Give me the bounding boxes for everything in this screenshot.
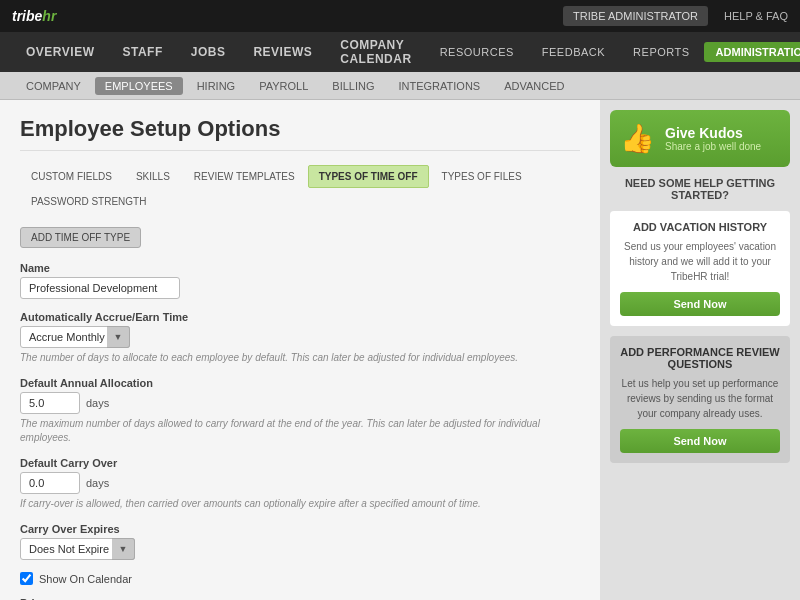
subnav-payroll[interactable]: PAYROLL xyxy=(249,77,318,95)
vacation-card-text: Send us your employees' vacation history… xyxy=(620,239,780,284)
subnav-company[interactable]: COMPANY xyxy=(16,77,91,95)
accrue-select[interactable]: Accrue Monthly Accrue Yearly Manual Unli… xyxy=(20,326,130,348)
calendar-checkbox[interactable] xyxy=(20,572,33,585)
top-bar: tribehr TRIBE ADMINISTRATOR HELP & FAQ xyxy=(0,0,800,32)
subnav-hiring[interactable]: HIRING xyxy=(187,77,246,95)
accrue-select-container: Accrue Monthly Accrue Yearly Manual Unli… xyxy=(20,326,130,348)
performance-card-title: ADD PERFORMANCE REVIEW QUESTIONS xyxy=(620,346,780,370)
nav-company-calendar[interactable]: COMPANY CALENDAR xyxy=(326,32,425,72)
kudos-text: Give Kudos Share a job well done xyxy=(665,125,761,152)
right-sidebar: 👍 Give Kudos Share a job well done NEED … xyxy=(600,100,800,600)
tabs: CUSTOM FIELDS SKILLS REVIEW TEMPLATES TY… xyxy=(20,165,580,213)
carryover-expires-label: Carry Over Expires xyxy=(20,523,580,535)
vacation-history-card: ADD VACATION HISTORY Send us your employ… xyxy=(610,211,790,326)
allocation-days-label: days xyxy=(86,397,109,409)
tab-types-of-time-off[interactable]: TYPES OF TIME OFF xyxy=(308,165,429,188)
performance-card-text: Let us help you set up performance revie… xyxy=(620,376,780,421)
nav-feedback[interactable]: FEEDBACK xyxy=(528,32,619,72)
nav-right: RESOURCES FEEDBACK REPORTS ADMINISTRATIO… xyxy=(426,32,800,72)
give-kudos-button[interactable]: 👍 Give Kudos Share a job well done xyxy=(610,110,790,167)
thumbs-up-icon: 👍 xyxy=(620,122,655,155)
nav-reports[interactable]: REPORTS xyxy=(619,32,703,72)
accrue-hint: The number of days to allocate to each e… xyxy=(20,351,580,365)
nav-overview[interactable]: OVERVIEW xyxy=(12,32,108,72)
logo: tribehr xyxy=(12,8,56,24)
performance-review-card: ADD PERFORMANCE REVIEW QUESTIONS Let us … xyxy=(610,336,790,463)
tab-custom-fields[interactable]: CUSTOM FIELDS xyxy=(20,165,123,188)
tab-types-of-files[interactable]: TYPES OF FILES xyxy=(431,165,533,188)
carryover-hint: If carry-over is allowed, then carried o… xyxy=(20,497,580,511)
add-time-off-button[interactable]: ADD TIME OFF TYPE xyxy=(20,227,141,248)
sub-nav: COMPANY EMPLOYEES HIRING PAYROLL BILLING… xyxy=(0,72,800,100)
subnav-billing[interactable]: BILLING xyxy=(322,77,384,95)
form-group-allocation: Default Annual Allocation days The maxim… xyxy=(20,377,580,445)
allocation-input[interactable] xyxy=(20,392,80,414)
carryover-days-label: days xyxy=(86,477,109,489)
allocation-days-group: days xyxy=(20,392,580,414)
need-help-heading: NEED SOME HELP GETTING STARTED? xyxy=(610,177,790,201)
form-group-accrue: Automatically Accrue/Earn Time Accrue Mo… xyxy=(20,311,580,365)
carryover-select-container: Does Not Expire 1 Month 3 Months 6 Month… xyxy=(20,538,135,560)
name-input[interactable] xyxy=(20,277,180,299)
top-right: TRIBE ADMINISTRATOR HELP & FAQ xyxy=(563,6,788,26)
vacation-card-title: ADD VACATION HISTORY xyxy=(620,221,780,233)
form-group-name: Name xyxy=(20,262,580,299)
nav-staff[interactable]: STAFF xyxy=(108,32,176,72)
main-layout: Employee Setup Options CUSTOM FIELDS SKI… xyxy=(0,100,800,600)
allocation-hint: The maximum number of days allowed to ca… xyxy=(20,417,580,445)
kudos-subtitle: Share a job well done xyxy=(665,141,761,152)
carryover-input[interactable] xyxy=(20,472,80,494)
admin-dropdown[interactable]: TRIBE ADMINISTRATOR xyxy=(563,6,708,26)
nav-jobs[interactable]: JOBS xyxy=(177,32,240,72)
form-group-calendar: Show On Calendar xyxy=(20,572,580,585)
nav-administration[interactable]: ADMINISTRATION xyxy=(704,42,800,62)
page-title: Employee Setup Options xyxy=(20,116,580,151)
accrue-label: Automatically Accrue/Earn Time xyxy=(20,311,580,323)
kudos-title: Give Kudos xyxy=(665,125,761,141)
carryover-expires-select[interactable]: Does Not Expire 1 Month 3 Months 6 Month… xyxy=(20,538,135,560)
tab-review-templates[interactable]: REVIEW TEMPLATES xyxy=(183,165,306,188)
carryover-days-group: days xyxy=(20,472,580,494)
allocation-label: Default Annual Allocation xyxy=(20,377,580,389)
form-group-carryover-expires: Carry Over Expires Does Not Expire 1 Mon… xyxy=(20,523,580,560)
tab-skills[interactable]: SKILLS xyxy=(125,165,181,188)
tab-password-strength[interactable]: PASSWORD STRENGTH xyxy=(20,190,157,213)
carryover-label: Default Carry Over xyxy=(20,457,580,469)
nav-reviews[interactable]: REVIEWS xyxy=(239,32,326,72)
subnav-employees[interactable]: EMPLOYEES xyxy=(95,77,183,95)
time-off-form: Name Automatically Accrue/Earn Time Accr… xyxy=(20,262,580,600)
calendar-label: Show On Calendar xyxy=(39,573,132,585)
nav-resources[interactable]: RESOURCES xyxy=(426,32,528,72)
help-link[interactable]: HELP & FAQ xyxy=(724,10,788,22)
performance-send-button[interactable]: Send Now xyxy=(620,429,780,453)
name-label: Name xyxy=(20,262,580,274)
subnav-advanced[interactable]: ADVANCED xyxy=(494,77,574,95)
vacation-send-button[interactable]: Send Now xyxy=(620,292,780,316)
left-content: Employee Setup Options CUSTOM FIELDS SKI… xyxy=(0,100,600,600)
subnav-integrations[interactable]: INTEGRATIONS xyxy=(388,77,490,95)
form-group-carryover: Default Carry Over days If carry-over is… xyxy=(20,457,580,511)
nav-bar: OVERVIEW STAFF JOBS REVIEWS COMPANY CALE… xyxy=(0,32,800,72)
